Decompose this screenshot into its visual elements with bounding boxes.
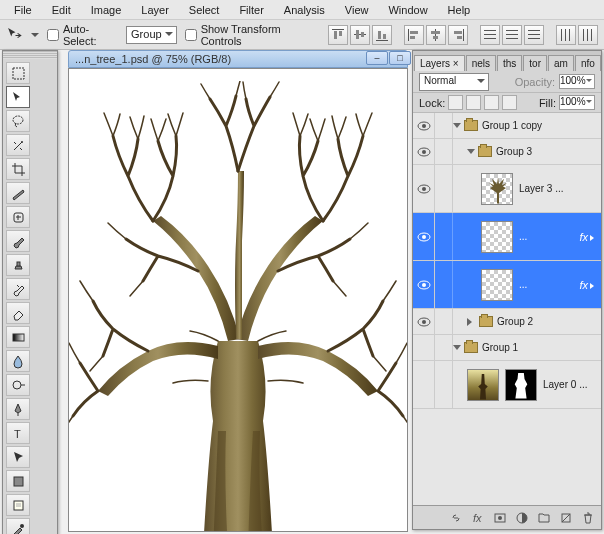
svg-rect-10 <box>410 31 418 34</box>
layer-group-1-copy[interactable]: Group 1 copy <box>413 113 601 139</box>
gradient-tool[interactable] <box>6 326 30 348</box>
adjustment-layer-button[interactable] <box>513 509 531 527</box>
align-button-group-2 <box>404 25 468 45</box>
type-tool[interactable]: T <box>6 422 30 444</box>
clone-stamp-tool[interactable] <box>6 254 30 276</box>
minimize-button[interactable]: – <box>366 51 388 65</box>
visibility-toggle[interactable] <box>413 309 435 334</box>
menu-image[interactable]: Image <box>81 2 132 18</box>
maximize-button[interactable]: □ <box>389 51 411 65</box>
disclosure-triangle-icon[interactable] <box>467 149 475 158</box>
crop-tool[interactable] <box>6 158 30 180</box>
marquee-tool[interactable] <box>6 62 30 84</box>
layer-mask-button[interactable] <box>491 509 509 527</box>
align-right-button[interactable] <box>448 25 468 45</box>
slice-tool[interactable] <box>6 182 30 204</box>
align-bottom-button[interactable] <box>372 25 392 45</box>
align-top-button[interactable] <box>328 25 348 45</box>
svg-rect-27 <box>561 29 562 41</box>
menu-filter[interactable]: Filter <box>229 2 273 18</box>
disclosure-triangle-icon[interactable] <box>467 318 476 326</box>
panel-grip[interactable] <box>3 51 57 59</box>
layer-thumbnail[interactable] <box>481 173 513 205</box>
layer-selected-1[interactable]: ... fx <box>413 213 601 261</box>
lock-position-button[interactable] <box>484 95 499 110</box>
move-tool[interactable] <box>6 86 30 108</box>
auto-select-dropdown[interactable]: Group <box>126 26 177 44</box>
layer-thumbnail[interactable] <box>467 369 499 401</box>
lock-all-button[interactable] <box>502 95 517 110</box>
new-group-button[interactable] <box>535 509 553 527</box>
menu-layer[interactable]: Layer <box>131 2 179 18</box>
tab-layers[interactable]: Layers × <box>414 55 465 71</box>
visibility-toggle[interactable] <box>413 361 435 408</box>
layer-style-button[interactable]: fx <box>469 509 487 527</box>
align-hcenter-button[interactable] <box>426 25 446 45</box>
lock-transparent-button[interactable] <box>448 95 463 110</box>
align-left-button[interactable] <box>404 25 424 45</box>
opacity-field[interactable]: 100% <box>559 74 595 89</box>
layer-mask-thumbnail[interactable] <box>505 369 537 401</box>
path-selection-tool[interactable] <box>6 446 30 468</box>
layer-group-2[interactable]: Group 2 <box>413 309 601 335</box>
magic-wand-tool[interactable] <box>6 134 30 156</box>
chevron-down-icon[interactable] <box>31 33 39 37</box>
shape-tool[interactable] <box>6 470 30 492</box>
show-transform-checkbox[interactable]: Show Transform Controls <box>185 23 316 47</box>
disclosure-triangle-icon[interactable] <box>453 123 461 132</box>
history-brush-tool[interactable] <box>6 278 30 300</box>
distribute-bottom-button[interactable] <box>524 25 544 45</box>
tab-histogram[interactable]: am <box>548 55 574 71</box>
menu-edit[interactable]: Edit <box>42 2 81 18</box>
dodge-tool[interactable] <box>6 374 30 396</box>
pen-tool[interactable] <box>6 398 30 420</box>
blend-mode-dropdown[interactable]: Normal <box>419 73 489 91</box>
lasso-tool[interactable] <box>6 110 30 132</box>
visibility-toggle[interactable] <box>413 261 435 308</box>
layer-thumbnail[interactable] <box>481 221 513 253</box>
healing-brush-tool[interactable] <box>6 206 30 228</box>
tab-info[interactable]: nfo <box>575 55 601 71</box>
visibility-toggle[interactable] <box>413 113 435 138</box>
fx-badge[interactable]: fx <box>579 279 597 291</box>
layer-layer-0[interactable]: Layer 0 ... <box>413 361 601 409</box>
tab-paths[interactable]: ths <box>497 55 522 71</box>
blur-tool[interactable] <box>6 350 30 372</box>
layer-group-1[interactable]: Group 1 <box>413 335 601 361</box>
fx-badge[interactable]: fx <box>579 231 597 243</box>
menu-analysis[interactable]: Analysis <box>274 2 335 18</box>
tab-history[interactable]: tor <box>523 55 547 71</box>
layer-thumbnail[interactable] <box>481 269 513 301</box>
canvas[interactable] <box>68 68 408 532</box>
delete-layer-button[interactable] <box>579 509 597 527</box>
visibility-toggle[interactable] <box>413 335 435 360</box>
layer-layer-3[interactable]: Layer 3 ... <box>413 165 601 213</box>
notes-tool[interactable] <box>6 494 30 516</box>
menu-help[interactable]: Help <box>438 2 481 18</box>
menu-select[interactable]: Select <box>179 2 230 18</box>
tab-channels[interactable]: nels <box>466 55 496 71</box>
distribute-vcenter-button[interactable] <box>502 25 522 45</box>
menu-view[interactable]: View <box>335 2 379 18</box>
distribute-hcenter-button[interactable] <box>578 25 598 45</box>
align-vcenter-button[interactable] <box>350 25 370 45</box>
menu-file[interactable]: File <box>4 2 42 18</box>
new-layer-button[interactable] <box>557 509 575 527</box>
visibility-toggle[interactable] <box>413 139 435 164</box>
layer-group-3[interactable]: Group 3 <box>413 139 601 165</box>
document-title-bar[interactable]: ...n_tree_1.psd @ 75% (RGB/8) <box>68 50 408 68</box>
link-layers-button[interactable] <box>447 509 465 527</box>
auto-select-checkbox[interactable]: Auto-Select: <box>47 23 118 47</box>
eraser-tool[interactable] <box>6 302 30 324</box>
fill-field[interactable]: 100% <box>559 95 595 110</box>
distribute-left-button[interactable] <box>556 25 576 45</box>
distribute-top-button[interactable] <box>480 25 500 45</box>
lock-pixels-button[interactable] <box>466 95 481 110</box>
visibility-toggle[interactable] <box>413 213 435 260</box>
visibility-toggle[interactable] <box>413 165 435 212</box>
disclosure-triangle-icon[interactable] <box>453 345 461 354</box>
menu-window[interactable]: Window <box>378 2 437 18</box>
brush-tool[interactable] <box>6 230 30 252</box>
layer-selected-2[interactable]: ... fx <box>413 261 601 309</box>
eyedropper-tool[interactable] <box>6 518 30 534</box>
